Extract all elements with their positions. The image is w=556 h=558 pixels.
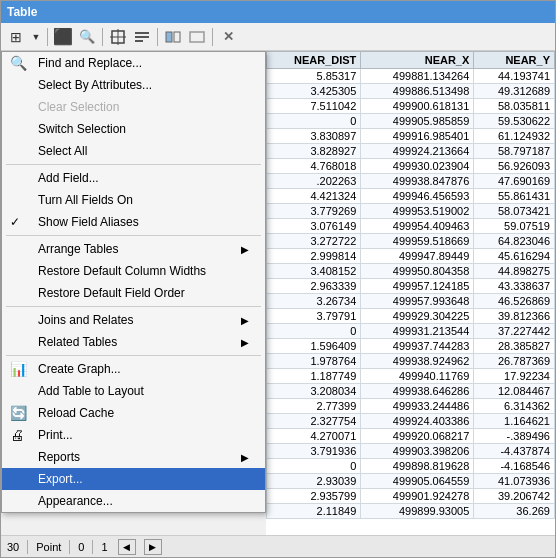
table-cell: -4.437874 — [474, 444, 555, 459]
menu-label-restore-col-widths: Restore Default Column Widths — [38, 264, 206, 278]
table-cell: .202263 — [267, 174, 361, 189]
table-row[interactable]: 2.77399499933.2444866.314362 — [267, 399, 555, 414]
select-switch-button[interactable] — [162, 26, 184, 48]
table-cell: 499924.403386 — [361, 414, 474, 429]
table-row[interactable]: 7.511042499900.61813158.035811 — [267, 99, 555, 114]
data-table: NEAR_DIST NEAR_X NEAR_Y 5.85317499881.13… — [266, 51, 555, 519]
table-row[interactable]: 3.208034499938.64628612.084467 — [267, 384, 555, 399]
table-cell: 2.11849 — [267, 504, 361, 519]
table-cell: 3.425305 — [267, 84, 361, 99]
table-row[interactable]: 0499931.21354437.227442 — [267, 324, 555, 339]
table-cell: -4.168546 — [474, 459, 555, 474]
table-cell: 0 — [267, 459, 361, 474]
table-row[interactable]: 4.421324499946.45659355.861431 — [267, 189, 555, 204]
status-bar: 30 Point 0 1 ◀ ▶ — [1, 535, 555, 557]
table-cell: 499959.518669 — [361, 234, 474, 249]
table-row[interactable]: 3.272722499959.51866964.823046 — [267, 234, 555, 249]
table-row[interactable]: 4.270071499920.068217-.389496 — [267, 429, 555, 444]
table-row[interactable]: 2.963339499957.12418543.338637 — [267, 279, 555, 294]
table-cell: 26.787369 — [474, 354, 555, 369]
table-cell: 44.193741 — [474, 69, 555, 84]
menu-item-reports[interactable]: Reports ▶ — [2, 446, 265, 468]
table-menu-button[interactable]: ⊞ — [5, 26, 27, 48]
table-row[interactable]: 2.327754499924.4033861.164621 — [267, 414, 555, 429]
status-separator-3 — [92, 540, 93, 554]
table-cell: 55.861431 — [474, 189, 555, 204]
next-record-button[interactable]: ▶ — [144, 539, 162, 555]
clear-selection-button[interactable] — [186, 26, 208, 48]
table-cell: 499938.847876 — [361, 174, 474, 189]
table-row[interactable]: 3.828927499924.21366458.797187 — [267, 144, 555, 159]
add-field-button[interactable]: ⬛ — [52, 26, 74, 48]
position: 1 — [101, 541, 107, 553]
menu-label-appearance: Appearance... — [38, 494, 113, 508]
menu-item-show-field-aliases[interactable]: ✓ Show Field Aliases — [2, 211, 265, 233]
table-cell: 36.269 — [474, 504, 555, 519]
table-cell: 5.85317 — [267, 69, 361, 84]
menu-item-select-all[interactable]: Select All — [2, 140, 265, 162]
menu-label-related-tables: Related Tables — [38, 335, 117, 349]
table-cell: 2.935799 — [267, 489, 361, 504]
menu-item-switch-selection[interactable]: Switch Selection — [2, 118, 265, 140]
table-cell: 499940.11769 — [361, 369, 474, 384]
menu-item-joins-relates[interactable]: Joins and Relates ▶ — [2, 309, 265, 331]
menu-item-restore-col-widths[interactable]: Restore Default Column Widths — [2, 260, 265, 282]
table-row[interactable]: 2.93039499905.06455941.073936 — [267, 474, 555, 489]
table-cell: 37.227442 — [474, 324, 555, 339]
menu-item-appearance[interactable]: Appearance... — [2, 490, 265, 512]
table-row[interactable]: 3.830897499916.98540161.124932 — [267, 129, 555, 144]
select-location-button[interactable] — [107, 26, 129, 48]
table-row[interactable]: 3.408152499950.80435844.898275 — [267, 264, 555, 279]
table-row[interactable]: 3.26734499957.99364846.526869 — [267, 294, 555, 309]
table-cell: 499903.398206 — [361, 444, 474, 459]
table-row[interactable]: 3.076149499954.40946359.07519 — [267, 219, 555, 234]
col-header-near-x[interactable]: NEAR_X — [361, 52, 474, 69]
menu-item-add-field[interactable]: Add Field... — [2, 167, 265, 189]
table-row[interactable]: .202263499938.84787647.690169 — [267, 174, 555, 189]
table-cell: -.389496 — [474, 429, 555, 444]
table-row[interactable]: 0499898.819628-4.168546 — [267, 459, 555, 474]
table-row[interactable]: 2.999814499947.8944945.616294 — [267, 249, 555, 264]
menu-item-clear-selection: Clear Selection — [2, 96, 265, 118]
table-cell: 499898.819628 — [361, 459, 474, 474]
table-row[interactable]: 1.978764499938.92496226.787369 — [267, 354, 555, 369]
col-header-near-dist[interactable]: NEAR_DIST — [267, 52, 361, 69]
menu-item-restore-field-order[interactable]: Restore Default Field Order — [2, 282, 265, 304]
table-row[interactable]: 3.779269499953.51900258.073421 — [267, 204, 555, 219]
find-button[interactable]: 🔍 — [76, 26, 98, 48]
table-row[interactable]: 1.596409499937.74428328.385827 — [267, 339, 555, 354]
table-row[interactable]: 3.425305499886.51349849.312689 — [267, 84, 555, 99]
menu-item-print[interactable]: 🖨 Print... — [2, 424, 265, 446]
menu-item-related-tables[interactable]: Related Tables ▶ — [2, 331, 265, 353]
close-button[interactable]: ✕ — [217, 26, 239, 48]
table-cell: 499931.213544 — [361, 324, 474, 339]
table-cell: 499938.924962 — [361, 354, 474, 369]
prev-record-button[interactable]: ◀ — [118, 539, 136, 555]
table-row[interactable]: 2.935799499901.92427839.206742 — [267, 489, 555, 504]
window-title: Table — [7, 5, 37, 19]
table-row[interactable]: 3.79791499929.30422539.812366 — [267, 309, 555, 324]
table-row[interactable]: 3.791936499903.398206-4.437874 — [267, 444, 555, 459]
menu-item-add-table-layout[interactable]: Add Table to Layout — [2, 380, 265, 402]
table-row[interactable]: 0499905.98585959.530622 — [267, 114, 555, 129]
menu-item-arrange-tables[interactable]: Arrange Tables ▶ — [2, 238, 265, 260]
table-row[interactable]: 1.187749499940.1176917.92234 — [267, 369, 555, 384]
table-cell: 499930.023904 — [361, 159, 474, 174]
dropdown-button[interactable]: ▼ — [29, 26, 43, 48]
menu-item-export[interactable]: Export... — [2, 468, 265, 490]
table-cell: 39.812366 — [474, 309, 555, 324]
select-attr-button[interactable] — [131, 26, 153, 48]
menu-item-turn-all-fields[interactable]: Turn All Fields On — [2, 189, 265, 211]
menu-item-reload-cache[interactable]: 🔄 Reload Cache — [2, 402, 265, 424]
table-row[interactable]: 4.768018499930.02390456.926093 — [267, 159, 555, 174]
table-cell: 3.779269 — [267, 204, 361, 219]
svg-rect-7 — [174, 32, 180, 42]
table-row[interactable]: 2.11849499899.9300536.269 — [267, 504, 555, 519]
menu-item-create-graph[interactable]: 📊 Create Graph... — [2, 358, 265, 380]
col-header-near-y[interactable]: NEAR_Y — [474, 52, 555, 69]
menu-item-select-by-attr[interactable]: Select By Attributes... — [2, 74, 265, 96]
menu-item-find-replace[interactable]: 🔍 Find and Replace... — [2, 52, 265, 74]
table-row[interactable]: 5.85317499881.13426444.193741 — [267, 69, 555, 84]
menu-label-add-field: Add Field... — [38, 171, 99, 185]
svg-rect-4 — [135, 36, 149, 38]
